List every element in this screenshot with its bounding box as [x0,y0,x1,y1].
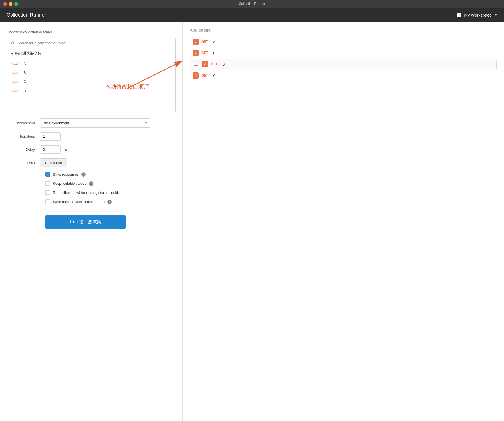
run-item-name: C [213,74,215,78]
search-input[interactable] [17,41,172,45]
close-button[interactable] [3,2,7,6]
iterations-label: Iterations [7,134,40,139]
environment-row: Environment No Environment ▼ [7,118,176,128]
save-cookies-info-icon[interactable]: i [107,200,112,204]
svg-line-1 [13,44,14,45]
collection-box: ◀ 接口测试集-子集 GET A GET B GET C [7,38,176,112]
section-title: Choose a collection or folder [7,30,176,34]
delay-unit: ms [63,147,67,152]
data-label: Data [7,161,40,165]
save-cookies-checkbox[interactable] [45,199,50,204]
save-responses-checkbox[interactable] [45,172,50,177]
no-stored-cookies-row: Run collection without using stored cook… [45,190,176,195]
run-order-item: GET A [190,37,496,46]
collection-name: 接口测试集-子集 [15,51,41,56]
run-order-item-drag-target: GET B [190,59,496,69]
run-item-checkbox[interactable] [202,61,208,67]
run-item-name: D [213,51,215,55]
select-file-button[interactable]: Select File [40,158,67,167]
keep-variable-label: Keep variable values [53,181,86,186]
workspace-name: My Workspace [464,13,492,17]
maximize-button[interactable] [14,2,18,6]
keep-variable-checkbox[interactable] [45,181,50,186]
run-item-checkbox[interactable] [193,39,199,45]
delay-label: Delay [7,147,40,152]
collection-header[interactable]: ◀ 接口测试集-子集 [7,48,175,59]
minimize-button[interactable] [9,2,12,6]
search-icon [11,41,14,45]
run-order-title: RUN ORDER [190,29,496,32]
run-order-item: GET D [190,48,496,58]
list-item[interactable]: GET A [7,59,175,68]
item-name: B [24,71,26,75]
delay-row: Delay ms [7,145,176,154]
left-panel: Choose a collection or folder ◀ 接口测试集-子集 [0,22,183,421]
drag-lines-icon [194,63,198,66]
run-item-name: B [222,62,225,66]
search-wrapper [7,38,175,48]
item-name: D [24,89,26,93]
save-responses-row: Save responses i [45,172,176,177]
title-bar: Collection Runner [0,0,504,8]
item-name: A [24,61,26,66]
right-panel: RUN ORDER GET A GET D [183,22,504,421]
save-responses-label: Save responses [53,172,79,176]
run-item-method: GET [201,74,210,77]
iterations-row: Iterations [7,132,176,141]
environment-select[interactable]: No Environment [40,118,150,128]
method-badge: GET [12,71,21,74]
run-item-name: A [213,40,215,44]
form-section: Environment No Environment ▼ Iterations [7,118,176,167]
list-item[interactable]: GET C [7,77,175,86]
workspace-chevron: ▼ [494,13,497,17]
workspace-icon [457,13,461,17]
run-item-method: GET [201,51,210,55]
list-item[interactable]: GET B [7,68,175,77]
list-item[interactable]: GET D [7,86,175,95]
run-order-list: GET A GET D GET B [190,37,496,80]
run-item-checkbox[interactable] [193,72,199,79]
save-responses-info-icon[interactable]: i [81,172,86,177]
item-name: C [24,80,26,84]
method-badge: GET [12,62,21,65]
run-button[interactable]: Run 接口测试集 [45,215,126,229]
environment-label: Environment [7,121,40,125]
method-badge: GET [12,80,21,84]
main-content: Choose a collection or folder ◀ 接口测试集-子集 [0,22,504,421]
window-controls [3,2,18,6]
run-order-item: GET C [190,71,496,80]
window-title: Collection Runner [239,2,265,6]
iterations-input[interactable] [40,132,61,141]
save-cookies-row: Save cookies after collection run i [45,199,176,204]
app-header: Collection Runner My Workspace ▼ [0,8,504,22]
collection-collapse-arrow: ◀ [11,52,13,55]
environment-select-wrapper: No Environment ▼ [40,118,150,128]
delay-input[interactable] [40,145,61,154]
method-badge: GET [12,89,21,93]
app-name: Collection Runner [7,12,46,18]
no-stored-cookies-checkbox[interactable] [45,190,50,195]
no-stored-cookies-label: Run collection without using stored cook… [53,191,122,195]
checkboxes-section: Save responses i Keep variable values i … [7,172,176,204]
keep-variable-row: Keep variable values i [45,181,176,186]
run-item-method: GET [211,62,220,66]
data-row: Data Select File [7,158,176,167]
collection-items: GET A GET B GET C GET D [7,59,175,112]
save-cookies-label: Save cookies after collection run [53,200,105,204]
keep-variable-info-icon[interactable]: i [89,181,93,186]
drag-handle[interactable] [193,61,199,67]
workspace-selector[interactable]: My Workspace ▼ [457,13,497,17]
run-item-method: GET [201,40,210,44]
run-item-checkbox[interactable] [193,50,199,56]
